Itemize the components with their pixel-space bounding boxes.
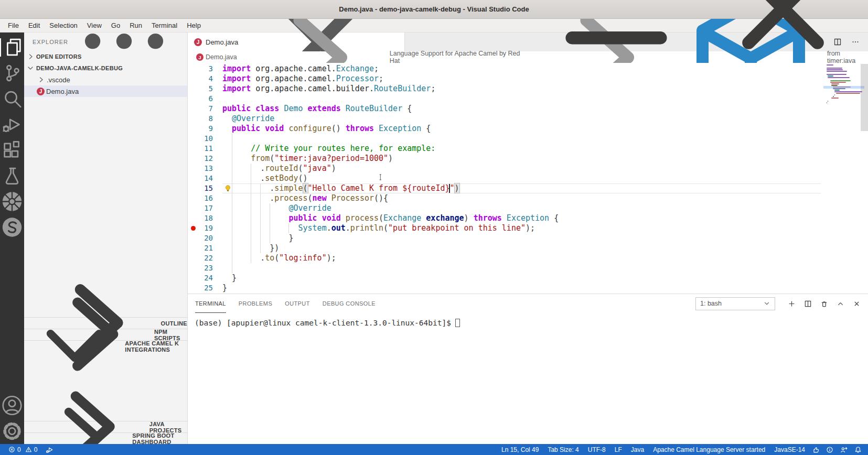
code-line-content[interactable]: import org.apache.camel.builder.RouteBui…: [222, 84, 821, 94]
line-number[interactable]: 9: [198, 124, 213, 134]
explorer-icon[interactable]: [0, 35, 24, 60]
line-number[interactable]: 7: [198, 104, 213, 114]
code-line-content[interactable]: [222, 134, 821, 144]
code-line-content[interactable]: import org.apache.camel.Exchange;: [222, 64, 821, 74]
maximize-panel-icon[interactable]: [837, 300, 844, 308]
code-line-content[interactable]: }): [222, 243, 821, 253]
code-line-content[interactable]: .routeId("java"): [222, 164, 821, 174]
breadcrumb-item[interactable]: Demo.java: [206, 53, 237, 61]
breakpoint-gutter[interactable]: [188, 263, 198, 273]
breakpoint-gutter[interactable]: [188, 273, 198, 283]
camel-spring-icon[interactable]: [0, 214, 24, 240]
breakpoint-gutter[interactable]: [188, 144, 198, 154]
account-icon[interactable]: [0, 393, 24, 418]
kubernetes-icon[interactable]: [0, 189, 24, 214]
breakpoint-gutter[interactable]: [188, 134, 198, 144]
code-line-content[interactable]: .to("log:info");: [222, 253, 821, 263]
line-number[interactable]: 4: [198, 74, 213, 84]
panel-tab-problems[interactable]: PROBLEMS: [239, 294, 272, 313]
debug-status[interactable]: [46, 446, 53, 453]
breakpoint-gutter[interactable]: [188, 233, 198, 243]
kill-terminal-icon[interactable]: [820, 300, 828, 308]
code-line-content[interactable]: .process(new Processor(){: [222, 193, 821, 203]
code-line-content[interactable]: }: [222, 273, 821, 283]
code-line-content[interactable]: from("timer:java?period=1000"): [222, 154, 821, 164]
settings-icon[interactable]: [0, 418, 24, 444]
breakpoint-gutter[interactable]: [188, 193, 198, 203]
breakpoint-gutter[interactable]: [188, 104, 198, 114]
breakpoint-gutter[interactable]: [188, 94, 198, 104]
line-number[interactable]: 3: [198, 64, 213, 74]
line-number[interactable]: 12: [198, 154, 213, 164]
code-line-content[interactable]: [222, 263, 821, 273]
code-line-content[interactable]: System.out.println("put breakpoint on th…: [222, 223, 821, 233]
code-line-content[interactable]: .simple("Hello Camel K from ${routeId}"): [222, 183, 821, 193]
code-line-content[interactable]: .setBody(): [222, 174, 821, 183]
breakpoint-icon[interactable]: [191, 226, 196, 231]
code-line-content[interactable]: [222, 94, 821, 104]
bell-icon[interactable]: [854, 446, 862, 453]
line-number[interactable]: 25: [198, 283, 213, 293]
line-number[interactable]: 5: [198, 84, 213, 94]
line-number[interactable]: 15: [198, 183, 213, 193]
breakpoint-gutter[interactable]: [188, 154, 198, 164]
status-tab-size[interactable]: Tab Size: 4: [548, 446, 578, 453]
panel-tab-output[interactable]: OUTPUT: [285, 294, 310, 313]
tree-item--vscode[interactable]: .vscode: [24, 74, 187, 85]
line-number[interactable]: 20: [198, 233, 213, 243]
problems-errors[interactable]: 0: [8, 446, 21, 453]
status-cursor-position[interactable]: Ln 15, Col 49: [501, 446, 539, 453]
breakpoint-gutter[interactable]: [188, 174, 198, 183]
line-number[interactable]: 22: [198, 253, 213, 263]
code-line-content[interactable]: public void process(Exchange exchange) t…: [222, 213, 821, 223]
open-editors-section[interactable]: OPEN EDITORS: [24, 51, 187, 62]
line-number[interactable]: 8: [198, 114, 213, 124]
code-line-content[interactable]: import org.apache.camel.Processor;: [222, 74, 821, 84]
run-debug-icon[interactable]: [0, 112, 24, 137]
breakpoint-gutter[interactable]: [188, 203, 198, 213]
line-number[interactable]: 16: [198, 193, 213, 203]
code-line-content[interactable]: @Override: [222, 203, 821, 213]
breakpoint-gutter[interactable]: [188, 64, 198, 74]
breadcrumb-item[interactable]: Language Support for Apache Camel by Red…: [390, 50, 524, 64]
menu-item-help[interactable]: Help: [182, 21, 206, 29]
workspace-folder-row[interactable]: DEMO-JAVA-CAMELK-DEBUG: [24, 62, 187, 74]
line-number[interactable]: 6: [198, 94, 213, 104]
new-terminal-icon[interactable]: [788, 300, 796, 308]
editor-scrollbar[interactable]: [861, 64, 868, 131]
test-icon[interactable]: [0, 163, 24, 189]
tree-item-Demo-java[interactable]: JDemo.java: [24, 85, 187, 97]
line-number[interactable]: 13: [198, 164, 213, 174]
line-number[interactable]: 24: [198, 273, 213, 283]
section-spring-boot-dashboard[interactable]: SPRING BOOT DASHBOARD: [24, 432, 187, 444]
feedback-icon[interactable]: [840, 446, 848, 453]
line-number[interactable]: 10: [198, 134, 213, 144]
source-control-icon[interactable]: [0, 60, 24, 86]
search-icon[interactable]: [0, 86, 24, 112]
breakpoint-gutter[interactable]: [188, 223, 198, 233]
code-line-content[interactable]: // Write your routes here, for example:: [222, 144, 821, 154]
code-line-content[interactable]: }: [222, 283, 821, 293]
breakpoint-gutter[interactable]: [188, 124, 198, 134]
status-eol[interactable]: LF: [615, 446, 622, 453]
line-number[interactable]: 19: [198, 223, 213, 233]
code-editor[interactable]: 3import org.apache.camel.Exchange;4impor…: [188, 63, 868, 294]
breakpoint-gutter[interactable]: [188, 183, 198, 193]
line-number[interactable]: 17: [198, 203, 213, 213]
line-number[interactable]: 18: [198, 213, 213, 223]
menu-item-edit[interactable]: Edit: [24, 21, 45, 29]
info-icon[interactable]: [826, 446, 833, 453]
breakpoint-gutter[interactable]: [188, 114, 198, 124]
breakpoint-gutter[interactable]: [188, 74, 198, 84]
terminal[interactable]: (base) [apupier@linux camel-k-client-1.3…: [188, 313, 868, 444]
lightbulb-icon[interactable]: [224, 185, 232, 192]
breakpoint-gutter[interactable]: [188, 213, 198, 223]
code-line-content[interactable]: public class Demo extends RouteBuilder {: [222, 104, 821, 114]
thumbsup-icon[interactable]: [812, 446, 819, 453]
line-number[interactable]: 23: [198, 263, 213, 273]
breakpoint-gutter[interactable]: [188, 84, 198, 94]
breakpoint-gutter[interactable]: [188, 243, 198, 253]
menu-item-file[interactable]: File: [3, 21, 24, 29]
status-camel-ls-status[interactable]: Apache Camel Language Server started: [653, 446, 765, 453]
breakpoint-gutter[interactable]: [188, 283, 198, 293]
